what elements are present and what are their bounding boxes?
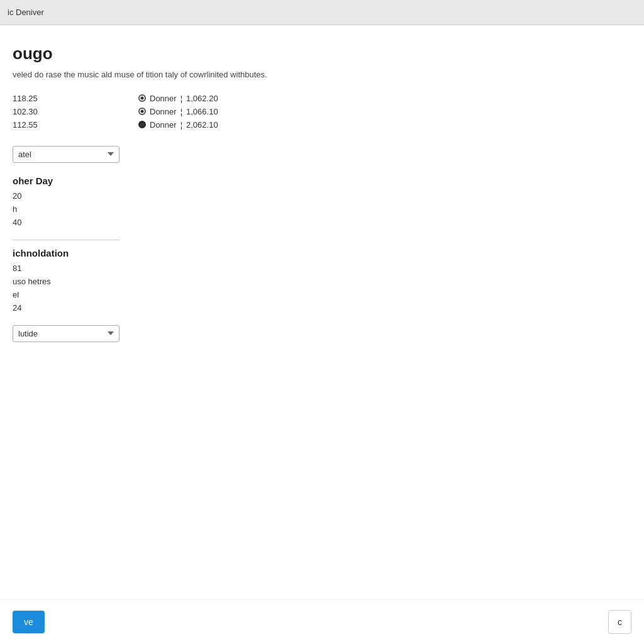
right-value-3: Donner ¦ 2,062.10: [138, 120, 264, 130]
section2-item-2: uso hetres: [13, 277, 631, 286]
dropdown1-select[interactable]: atel Option 2 Option 3: [13, 146, 119, 163]
page-description: veled do rase the music ald muse of titi…: [13, 69, 631, 81]
dropdown1-container[interactable]: atel Option 2 Option 3: [13, 146, 631, 163]
right-value-1: Donner ¦ 1,062.20: [138, 94, 264, 103]
section1-block: oher Day 20 h 40: [13, 175, 631, 227]
section-divider: [13, 240, 119, 240]
top-bar: ic Deniver: [0, 0, 644, 25]
page-title: ougo: [13, 44, 631, 64]
section1-item-3: 40: [13, 218, 631, 227]
top-bar-title: ic Deniver: [8, 8, 44, 17]
data-section: 118.25 102.30 112.55 Donner ¦ 1,062.20 D…: [13, 94, 631, 133]
section1-item-1: 20: [13, 191, 631, 201]
left-column: 118.25 102.30 112.55: [13, 94, 101, 133]
section2-item-3: el: [13, 290, 631, 299]
left-value-3: 112.55: [13, 120, 101, 130]
section2-item-1: 81: [13, 264, 631, 273]
button-bar: ve c: [0, 599, 644, 644]
section1-item-2: h: [13, 204, 631, 214]
right-value-2: Donner ¦ 1,066.10: [138, 107, 264, 116]
section2-block: ichnoldation 81 uso hetres el 24: [13, 248, 631, 313]
radio-icon-2: [138, 108, 146, 115]
left-value-1: 118.25: [13, 94, 101, 103]
save-button[interactable]: ve: [13, 611, 45, 633]
radio-icon-3: [138, 121, 146, 128]
section1-header: oher Day: [13, 175, 631, 186]
dropdown2-container[interactable]: lutide Option 2 Option 3: [13, 325, 631, 342]
radio-icon-1: [138, 94, 146, 102]
left-value-2: 102.30: [13, 107, 101, 116]
section2-header: ichnoldation: [13, 248, 631, 258]
section2-item-4: 24: [13, 303, 631, 313]
cancel-button[interactable]: c: [608, 610, 631, 634]
main-content: ougo veled do rase the music ald muse of…: [0, 25, 644, 644]
dropdown2-select[interactable]: lutide Option 2 Option 3: [13, 325, 119, 342]
right-column: Donner ¦ 1,062.20 Donner ¦ 1,066.10 Donn…: [138, 94, 264, 133]
